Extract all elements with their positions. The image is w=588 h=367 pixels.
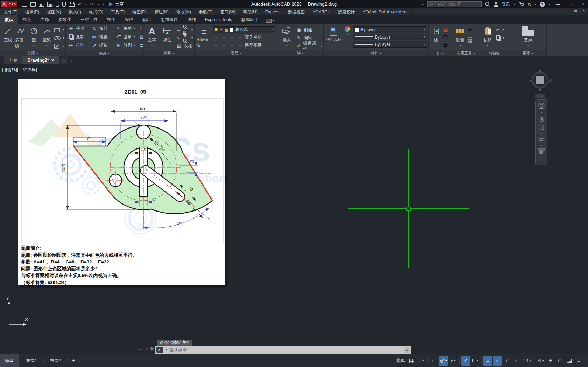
viewcube-north[interactable]: 北 [539, 69, 541, 73]
dropdown-icon[interactable]: ▾ [530, 359, 531, 362]
menu-tools[interactable]: 工具(T) [107, 8, 128, 15]
steering-wheel-icon[interactable] [538, 103, 545, 110]
search-icon[interactable] [485, 2, 490, 7]
dropdown-icon[interactable]: ▾ [33, 44, 34, 47]
command-bar-handle[interactable]: ∷∷ × ⚒ [138, 346, 154, 352]
cart-icon[interactable] [519, 2, 524, 7]
object-color-combo[interactable]: ByLayer▾ [353, 26, 427, 33]
menu-format[interactable]: 格式(O) [85, 8, 107, 15]
sign-in-dropdown-icon[interactable]: ▾ [514, 3, 516, 6]
annotation-visibility-toggle[interactable]: ⚡ [493, 356, 502, 366]
dropdown-icon[interactable]: ▾ [445, 359, 447, 362]
panel-title-view[interactable]: 视图▾ [509, 50, 546, 56]
dropdown-icon[interactable]: ▾ [527, 44, 529, 47]
layer-combo[interactable]: ☀ 粗实线 ▾ [213, 26, 275, 33]
ribbon-tab-express[interactable]: Express Tools [201, 15, 237, 24]
menu-modify[interactable]: 修改(M) [173, 8, 195, 15]
search-flyout-icon[interactable]: ▸ [422, 3, 424, 6]
panel-title-annotate[interactable]: 注释▾ [143, 50, 194, 56]
viewcube-east[interactable]: 东 [549, 79, 552, 83]
dropdown-icon[interactable]: ▾ [151, 44, 153, 47]
trim-button[interactable]: ✂修剪▾ [115, 25, 138, 32]
help-icon[interactable]: ? [540, 2, 545, 7]
panel-title-utilities[interactable]: 实用工具▾ [452, 50, 479, 56]
layout2-tab[interactable]: 布局2 [45, 354, 66, 367]
ribbon-tab-view[interactable]: 视图 [103, 15, 120, 24]
stretch-button[interactable]: ↦拉伸 [68, 42, 91, 49]
layer-properties-button[interactable]: ≣图层特性 [197, 25, 211, 48]
menu-edit[interactable]: 编辑(E) [21, 8, 43, 15]
qat-customize-icon[interactable]: ▾ [102, 3, 104, 6]
app-dropdown-icon[interactable]: ▾ [535, 3, 536, 6]
move-button[interactable]: ✚移动 [68, 25, 91, 32]
isodraft-toggle[interactable]: ∠ [461, 356, 470, 366]
dropdown-icon[interactable]: ▾ [46, 44, 47, 47]
autoscale-toggle[interactable]: ⚡ [502, 356, 511, 366]
restore-button[interactable]: ▭ [566, 0, 575, 8]
leader-button[interactable]: ↖引线▾ [176, 34, 193, 42]
cut-button[interactable]: ✂▾ [495, 26, 504, 34]
share-button[interactable]: 共享 [109, 1, 124, 7]
minimize-button[interactable]: — [554, 0, 563, 8]
command-prompt-icon[interactable]: >_ [156, 347, 163, 353]
menu-yqarch-pulldown[interactable]: YQArch Pull-down Menu [359, 8, 412, 15]
dropdown-icon[interactable]: ▾ [542, 359, 544, 362]
command-dropdown-icon[interactable]: ▾ [166, 348, 167, 351]
ribbon-tab-insert[interactable]: 插入 [18, 15, 36, 24]
menu-yuanquan[interactable]: 源泉设计 [334, 8, 359, 15]
ribbon-tab-collaborate[interactable]: 协作 [183, 15, 201, 24]
linetype-combo[interactable]: ByLayer▾ [353, 41, 427, 48]
ortho-toggle[interactable]: ∟ [429, 356, 438, 366]
file-tab-drawing2[interactable]: Drawing2*× [22, 56, 58, 64]
save-as-icon[interactable]: ✎ [47, 2, 52, 7]
dropdown-icon[interactable]: ▾ [422, 359, 424, 362]
command-scroll-up-icon[interactable]: ▲ [404, 347, 410, 353]
dropdown-icon[interactable]: ▾ [454, 359, 456, 362]
clean-screen-button[interactable] [565, 356, 574, 366]
navbar-close-icon[interactable]: × [545, 100, 546, 104]
dropdown-icon[interactable]: ▾ [286, 44, 288, 47]
plot-icon[interactable] [69, 3, 75, 7]
lineweight-icon[interactable]: ≡ [346, 32, 349, 38]
orbit-icon[interactable] [538, 137, 545, 143]
chevron-down-icon[interactable]: ▾ [541, 133, 542, 135]
doc-restore-button[interactable]: ▭ [572, 8, 579, 13]
viewport-controls[interactable]: [-][俯视][二维线框] [2, 67, 37, 73]
menu-window[interactable]: 窗口(W) [217, 8, 239, 15]
layout1-tab[interactable]: 布局1 [21, 354, 42, 367]
match-properties-button[interactable]: 特性匹配 [326, 25, 341, 42]
drawing-canvas[interactable]: [-][俯视][二维线框] 2D01_09 [0, 64, 588, 354]
menu-file[interactable]: 文件(F) [0, 8, 21, 15]
lineweight-combo[interactable]: ByLayer▾ [353, 34, 427, 40]
dropdown-icon[interactable]: ▾ [477, 359, 478, 362]
ribbon-tab-addins[interactable]: 附加模块 [156, 15, 183, 24]
sign-in-button[interactable]: 登录 [502, 1, 510, 7]
fillet-button[interactable]: 圆角▾ [115, 33, 138, 41]
undo-icon[interactable]: ↶ [78, 2, 82, 7]
customization-menu-button[interactable]: ≡ [574, 356, 583, 366]
model-space-toggle[interactable]: 模型 [395, 356, 407, 366]
doc-close-button[interactable]: × [580, 8, 587, 13]
color-wheel-icon[interactable] [345, 26, 350, 32]
menu-view[interactable]: 视图(V) [43, 8, 65, 15]
measure-button[interactable]: 测量▾ [454, 25, 466, 47]
line-button[interactable]: 直线 [2, 25, 14, 43]
viewcube-menu-button[interactable]: ▾ [535, 94, 545, 98]
select-all-icon[interactable] [468, 34, 472, 38]
paste-button[interactable]: 粘贴▾ [482, 25, 493, 47]
dropdown-icon[interactable]: ▾ [487, 44, 488, 47]
user-icon[interactable] [493, 2, 498, 7]
new-layout-button[interactable]: + [68, 358, 78, 364]
array-button[interactable]: ⊞阵列▾ [115, 42, 138, 49]
zoom-extents-icon[interactable] [538, 124, 545, 131]
doc-minimize-button[interactable]: — [564, 8, 570, 13]
redo-icon[interactable]: ↷ [90, 2, 94, 7]
open-from-mobile-icon[interactable]: ▼ [56, 2, 59, 7]
viewcube-top-face[interactable] [536, 76, 544, 84]
workspace-gear-button[interactable]: ⚙▾ [536, 356, 545, 366]
command-input[interactable] [169, 347, 402, 352]
save-icon[interactable] [39, 2, 44, 7]
panel-title-block[interactable]: 块▾ [277, 50, 323, 56]
base-point-button[interactable]: 基点▾ [519, 25, 538, 47]
menu-help[interactable]: 帮助(H) [239, 8, 261, 15]
